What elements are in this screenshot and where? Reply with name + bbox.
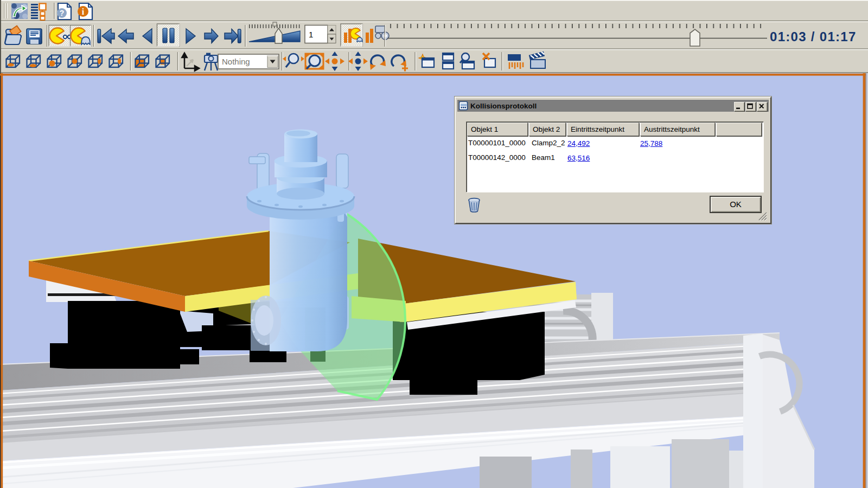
svg-text:i: i	[82, 7, 85, 16]
svg-text:?: ?	[60, 9, 65, 17]
svg-text:01:03 / 01:17: 01:03 / 01:17	[770, 29, 857, 44]
svg-text:Nothing: Nothing	[222, 57, 250, 66]
svg-text:1: 1	[309, 30, 313, 39]
